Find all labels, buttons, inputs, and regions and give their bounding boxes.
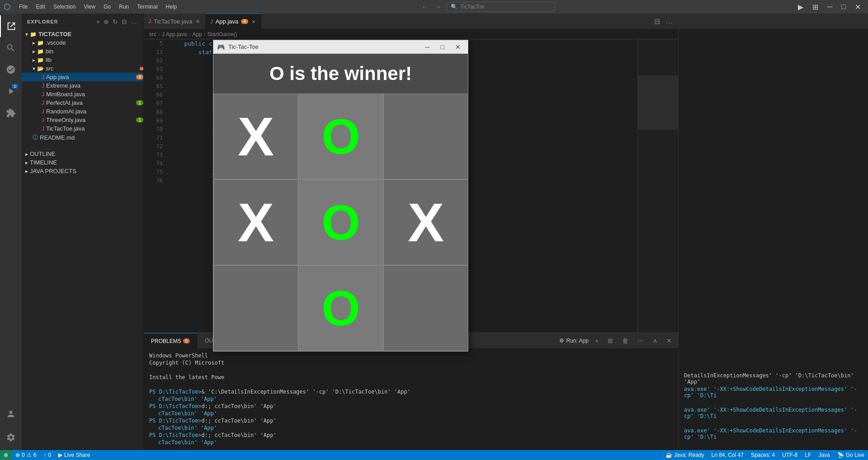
tree-section-java-projects[interactable]: ▸ JAVA PROJECTS (22, 167, 143, 175)
menu-file[interactable]: File (15, 2, 31, 12)
close-window-button[interactable]: ✕ (851, 1, 864, 13)
error-icon: ⊗ (15, 452, 20, 458)
tree-item-label: src (46, 65, 138, 72)
tree-item-miniboard-java[interactable]: J MiniBoard.java (22, 90, 143, 99)
ttt-cell-6[interactable] (213, 265, 298, 351)
minimize-window-button[interactable]: ─ (824, 1, 836, 13)
restore-window-button[interactable]: □ (838, 1, 849, 13)
tree-item-randomai-java[interactable]: J RandomAI.java (22, 107, 143, 116)
nav-forward-button[interactable]: → (433, 1, 443, 12)
trash-terminal-button[interactable]: 🗑 (619, 336, 631, 345)
tree-item-extreme-java[interactable]: J Extreme.java (22, 81, 143, 90)
ttt-cell-5[interactable]: X (383, 179, 468, 265)
close-panel-button[interactable]: ✕ (664, 336, 675, 345)
menu-go[interactable]: Go (100, 2, 114, 12)
activity-extensions[interactable] (0, 102, 22, 124)
split-terminal-button[interactable]: ⊞ (605, 336, 616, 345)
status-language[interactable]: Java (815, 450, 833, 460)
status-git[interactable]: ↑ 0 (40, 450, 55, 460)
layout-button[interactable]: ⊞ (809, 1, 822, 13)
search-bar[interactable]: 🔍 TicTacToe (447, 2, 555, 12)
status-go-live[interactable]: 📡 Go Live (834, 450, 868, 460)
ttt-minimize-button[interactable]: ─ (422, 42, 434, 52)
ttt-cell-4[interactable]: O (298, 179, 383, 265)
menu-edit[interactable]: Edit (32, 2, 49, 12)
minimap-slider[interactable] (638, 75, 678, 130)
tree-section-timeline[interactable]: ▸ TIMELINE (22, 158, 143, 167)
expand-panel-button[interactable]: ∧ (650, 336, 660, 345)
menu-view[interactable]: View (80, 2, 99, 12)
ttt-cell-7[interactable]: O (298, 265, 383, 351)
more-button[interactable]: ⋯ (635, 336, 646, 345)
terminal-overflow: cTacToe\bin' 'App' (149, 410, 673, 417)
chevron-right-icon: ▸ (25, 151, 28, 157)
live-share-label: Live Share (64, 452, 90, 458)
tree-item-threeonly-java[interactable]: J ThreeOnly.java 1 (22, 116, 143, 124)
ttt-cell-1[interactable]: O (298, 94, 383, 179)
tab-close-button[interactable]: × (195, 18, 201, 25)
breadcrumb-class[interactable]: App (192, 31, 202, 38)
activity-explorer[interactable] (0, 15, 22, 37)
run-split-button[interactable]: ▶ (794, 1, 807, 13)
line-num: 5 (147, 39, 163, 48)
split-editor-button[interactable]: ⊟ (652, 15, 662, 28)
new-folder-button[interactable]: ⊕ (103, 17, 110, 26)
terminal-path: PS D:\TicTacToe> (149, 389, 202, 395)
tree-item-lib[interactable]: ▸ 📁 lib (22, 56, 143, 64)
activity-accounts[interactable] (0, 403, 22, 425)
tree-item-tictactoe[interactable]: ▾ 📁 TICTACTOE (22, 30, 143, 38)
line-num: 65 (147, 82, 163, 91)
tree-item-src[interactable]: ▾ 📂 src (22, 64, 143, 73)
status-spaces[interactable]: Spaces: 4 (747, 450, 778, 460)
tree-item-vscode[interactable]: ▸ 📁 .vscode (22, 38, 143, 47)
tree-label: TICTACTOE (38, 31, 143, 38)
tree-item-bin[interactable]: ▸ 📁 bin (22, 47, 143, 56)
more-actions-button[interactable]: … (130, 17, 138, 26)
add-terminal-button[interactable]: + (592, 336, 601, 345)
tab-tictactoe-java[interactable]: J TicTacToe.java × (144, 14, 206, 29)
breadcrumb-method[interactable]: StartGame() (208, 31, 237, 38)
ttt-cell-8[interactable] (383, 265, 468, 351)
nav-back-button[interactable]: ← (420, 1, 429, 12)
tab-app-java[interactable]: J App.java 4 × (206, 14, 261, 29)
status-remote[interactable]: ⊗ (0, 450, 12, 460)
status-errors[interactable]: ⊗ 0 ⚠ 6 (12, 450, 40, 460)
ttt-restore-button[interactable]: □ (437, 42, 448, 52)
menu-terminal[interactable]: Terminal (133, 2, 161, 12)
status-java-ready[interactable]: ☕ Java: Ready (662, 450, 708, 460)
menu-selection[interactable]: Selection (50, 2, 79, 12)
status-line-ending[interactable]: LF (801, 450, 815, 460)
more-tabs-button[interactable]: … (664, 15, 675, 27)
chevron-right-icon: ▸ (33, 57, 35, 63)
activity-settings[interactable] (0, 427, 22, 448)
new-file-button[interactable]: + (95, 17, 101, 26)
status-position[interactable]: Ln 84, Col 47 (708, 450, 747, 460)
ttt-cell-0[interactable]: X (213, 94, 298, 179)
ttt-x-mark: X (238, 191, 274, 253)
tab-close-button[interactable]: × (251, 18, 256, 25)
menu-help[interactable]: Help (162, 2, 181, 12)
terminal-rest: cTacToe\bin' 'App' (218, 432, 277, 438)
ttt-cell-3[interactable]: X (213, 179, 298, 265)
panel-tab-problems[interactable]: PROBLEMS 6 (144, 333, 198, 349)
tree-item-app-java[interactable]: J App.java 4 (22, 73, 143, 81)
refresh-button[interactable]: ↻ (112, 17, 119, 26)
activity-search[interactable] (0, 37, 22, 59)
breadcrumb-file[interactable]: J App.java (162, 31, 187, 38)
ttt-close-button[interactable]: ✕ (452, 42, 464, 52)
status-live-share[interactable]: ▶ Live Share (55, 450, 94, 460)
menu-run[interactable]: Run (115, 2, 132, 12)
terminal-overflow: cTacToe\bin' 'App' (149, 396, 673, 402)
tree-item-readme[interactable]: ⓘ README.md (22, 133, 143, 142)
java-file-icon: J (42, 108, 44, 115)
activity-run[interactable]: 1 (0, 80, 22, 102)
status-encoding[interactable]: UTF-8 (778, 450, 801, 460)
terminal-rest: cTacToe\bin' 'App' (218, 418, 277, 424)
activity-source-control[interactable] (0, 59, 22, 80)
tree-item-perfectai-java[interactable]: J PerfectAI.java 1 (22, 99, 143, 107)
tree-item-tictactoe-java[interactable]: J TicTacToe.java (22, 124, 143, 133)
tree-section-outline[interactable]: ▸ OUTLINE (22, 150, 143, 158)
ttt-cell-2[interactable] (383, 94, 468, 179)
collapse-button[interactable]: ⊟ (121, 17, 128, 26)
breadcrumb-src[interactable]: src (149, 31, 156, 38)
